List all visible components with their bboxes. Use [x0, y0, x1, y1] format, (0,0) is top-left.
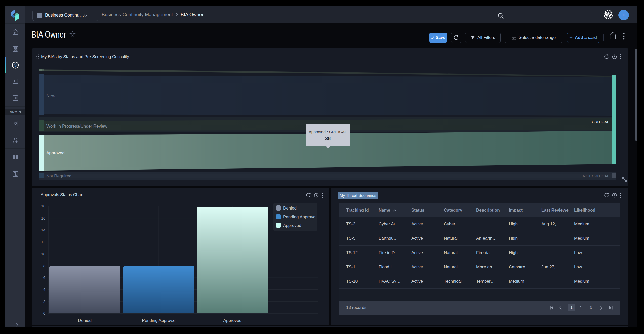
- svg-text:New: New: [46, 93, 56, 98]
- svg-text:Approved: Approved: [283, 223, 301, 228]
- svg-text:Pending Approval: Pending Approval: [283, 215, 316, 219]
- svg-text:14: 14: [41, 228, 45, 232]
- svg-text:Approved • CRITICAL: Approved • CRITICAL: [309, 130, 347, 134]
- svg-text:Approved: Approved: [46, 151, 65, 155]
- svg-text:16: 16: [41, 216, 45, 220]
- svg-text:Denied: Denied: [78, 318, 92, 323]
- svg-text:Denied: Denied: [283, 206, 297, 211]
- svg-text:Pending Approval: Pending Approval: [142, 318, 175, 323]
- svg-text:Not Required: Not Required: [46, 174, 71, 178]
- svg-text:2: 2: [43, 299, 45, 304]
- svg-text:6: 6: [43, 275, 45, 280]
- svg-text:12: 12: [41, 240, 45, 244]
- svg-text:Work In Progress/Under Review: Work In Progress/Under Review: [46, 124, 107, 129]
- svg-text:Approved: Approved: [223, 318, 242, 323]
- svg-text:8: 8: [43, 264, 45, 268]
- svg-text:38: 38: [325, 136, 331, 141]
- svg-text:10: 10: [41, 252, 45, 256]
- svg-text:NOT CRITICAL: NOT CRITICAL: [583, 174, 609, 178]
- svg-text:CRITICAL: CRITICAL: [592, 120, 609, 124]
- svg-text:18: 18: [41, 204, 45, 208]
- svg-text:0: 0: [43, 311, 45, 315]
- svg-text:4: 4: [43, 287, 45, 291]
